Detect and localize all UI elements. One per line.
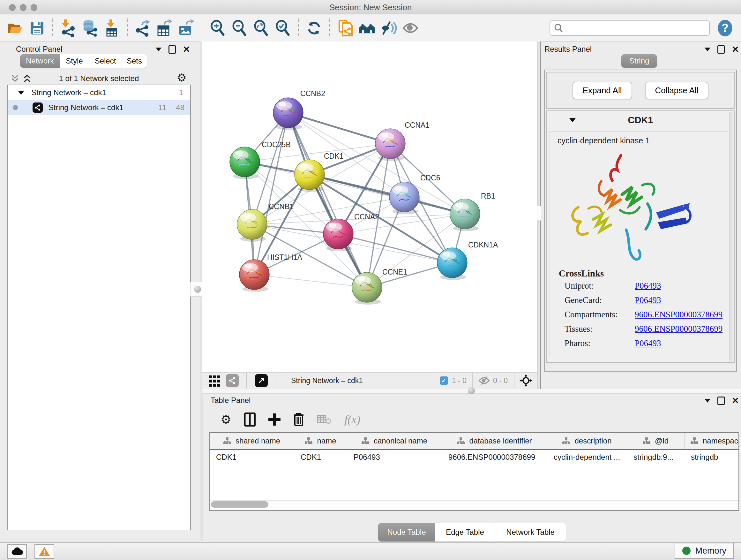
grid-view-icon[interactable] [209,374,221,387]
selected-checkbox[interactable]: ✓ [440,376,448,385]
cell-database-identifier[interactable]: 9606.ENSP00000378699 [442,453,547,462]
import-network-file-button[interactable] [60,19,77,37]
memory-button[interactable]: Memory [675,543,734,559]
export-network-button[interactable] [135,19,151,37]
network-label: String Network – cdk1 [49,103,124,112]
table-row[interactable]: CDK1 CDK1 P06493 9606.ENSP00000378699 cy… [210,450,738,464]
search-text-field[interactable] [563,23,698,33]
delete-column-icon[interactable] [293,413,304,427]
zoom-selected-button[interactable] [274,19,291,37]
panel-float-icon[interactable] [718,45,725,54]
collapse-all-button[interactable]: Collapse All [645,82,709,99]
export-table-button[interactable] [156,19,173,37]
cell-canonical-name[interactable]: P06493 [347,453,442,462]
panel-menu-icon[interactable] [704,48,711,51]
tab-string[interactable]: String [621,54,657,68]
open-session-button[interactable] [7,19,23,37]
network-options-gear-icon[interactable]: ⚙ [177,72,186,83]
tab-select[interactable]: Select [89,54,122,68]
show-columns-icon[interactable] [244,413,256,427]
panel-menu-icon[interactable] [704,399,711,402]
crosslink-link[interactable]: P06493 [635,295,661,305]
network-canvas[interactable]: CCNB2CCNA1CDC25BCDK1CDC6RB1CCNB1CCNA2CDK… [202,42,537,372]
search-input[interactable] [549,20,710,36]
birdseye-view-button[interactable] [255,374,268,387]
horizontal-splitter-handle[interactable] [464,384,478,398]
network-collection-row[interactable]: String Network – cdk1 1 [8,85,190,100]
hidden-counts: 0 - 0 [493,376,508,385]
save-session-button[interactable] [29,19,45,37]
share-icon [229,377,236,384]
panel-float-icon[interactable] [169,45,176,54]
string-network-graph[interactable]: CCNB2CCNA1CDC25BCDK1CDC6RB1CCNB1CCNA2CDK… [202,42,537,372]
protein-node-hist1h1a[interactable]: HIST1H1A [239,253,302,290]
duplicate-network-button[interactable] [337,19,354,37]
network-row-selected[interactable]: String Network – cdk1 11 48 [8,100,190,115]
fit-selected-crosshair-icon[interactable] [520,374,532,387]
network-type-badge[interactable] [226,374,239,387]
results-scrollbar[interactable] [729,112,733,361]
export-image-button[interactable] [178,19,195,37]
crosslink-link[interactable]: 9606.ENSP00000378699 [635,324,723,334]
panel-close-icon[interactable]: ✕ [732,46,739,53]
entry-caret-icon[interactable] [569,118,576,122]
column-header[interactable]: namespace [684,433,739,449]
show-results-button[interactable] [402,19,419,37]
string-glasses-button[interactable] [381,19,397,37]
zoom-out-button[interactable] [231,19,248,37]
title-bar: Session: New Session [0,0,741,14]
import-table-button[interactable] [104,19,120,37]
expand-all-button[interactable]: Expand All [572,82,632,99]
protein-node-ccnb1[interactable]: CCNB1 [237,202,293,240]
tab-network[interactable]: Network [20,54,60,68]
crosslink-link[interactable]: P06493 [635,338,661,348]
table-horizontal-scrollbar[interactable] [210,500,738,508]
zoom-fit-button[interactable] [253,19,269,37]
zoom-in-button[interactable] [209,19,226,37]
crosslink-link[interactable]: 9606.ENSP00000378699 [635,310,723,320]
cell-description[interactable]: cyclin-dependent ... [547,453,627,462]
protein-node-ccna1[interactable]: CCNA1 [375,121,429,159]
column-header[interactable]: shared name [210,433,294,449]
warning-status-button[interactable] [35,544,54,559]
collection-caret-icon[interactable] [18,91,24,95]
cell-name[interactable]: CDK1 [294,453,347,462]
column-header[interactable]: description [547,433,627,449]
export-network-icon [135,19,151,37]
column-header[interactable]: @id [627,433,684,449]
collection-count: 1 [179,88,183,97]
protein-node-rb1[interactable]: RB1 [450,192,495,229]
panel-float-icon[interactable] [718,396,725,405]
string-home-button[interactable] [359,19,375,37]
help-button[interactable]: ? [718,20,732,37]
tab-style[interactable]: Style [60,54,89,68]
import-network-database-button[interactable] [82,19,98,37]
scrollbar-thumb[interactable] [211,501,268,508]
cell-shared-name[interactable]: CDK1 [210,453,294,462]
apply-layout-button[interactable] [306,19,322,37]
column-header[interactable]: name [294,433,347,449]
protein-node-cdk1[interactable]: CDK1 [294,152,343,190]
cell-id[interactable]: stringdb:9... [627,453,684,462]
panel-close-icon[interactable]: ✕ [183,46,190,53]
add-column-icon[interactable] [268,414,280,426]
protein-node-cdkn1a[interactable]: CDKN1A [437,241,498,278]
tab-edge-table[interactable]: Edge Table [435,523,495,542]
toolbar-separator [329,18,330,38]
cloud-status-button[interactable] [7,544,27,559]
column-header[interactable]: database identifier [442,433,547,449]
protein-node-cdc25b[interactable]: CDC25B [230,140,291,177]
tab-node-table[interactable]: Node Table [378,523,435,542]
panel-close-icon[interactable]: ✕ [732,397,739,404]
open-folder-icon [7,21,23,35]
table-options-gear-icon[interactable]: ⚙ [220,414,231,425]
tab-network-table[interactable]: Network Table [495,523,566,542]
tab-sets[interactable]: Sets [122,54,147,68]
crosslink-link[interactable]: P06493 [635,281,661,291]
column-header[interactable]: canonical name [347,433,442,449]
node-table: shared name name canonical name database… [209,432,739,511]
panel-menu-icon[interactable] [156,48,161,51]
node-result-header[interactable]: CDK1 [547,111,734,129]
hidden-eye-icon[interactable] [478,376,490,385]
cell-namespace[interactable]: stringdb [684,453,739,462]
